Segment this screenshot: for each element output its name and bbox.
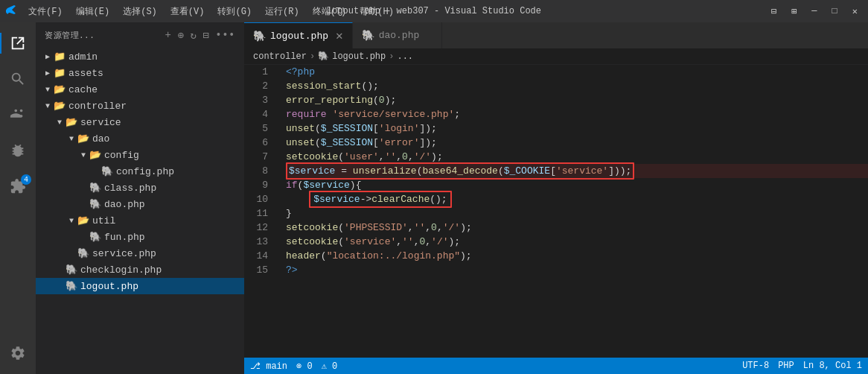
line-numbers: 1 2 3 4 5 6 7 8 9 10 11 12 13 14 15 [244,65,280,358]
code-token: , [396,235,402,249]
code-token: ( [321,249,327,263]
code-token: ( [417,164,423,178]
layout-icon[interactable]: ⊟ [767,4,781,19]
close-button[interactable]: ✕ [848,4,862,19]
file-tree: ▶ 📁 admin ▶ 📁 assets ▼ 📂 cache ▼ [36,48,244,374]
tree-item-util[interactable]: ▼ 📂 util [36,212,244,229]
status-errors[interactable]: ⊗ 0 [296,361,313,372]
tree-item-admin[interactable]: ▶ 📁 admin [36,48,244,65]
breadcrumb-controller[interactable]: controller [253,51,307,62]
tree-item-fun-php[interactable]: 🐘 fun.php [36,229,244,245]
menu-goto[interactable]: 转到(G) [211,4,258,19]
tab-close-button[interactable]: ✕ [336,28,343,43]
minimize-button[interactable]: — [807,4,821,18]
menu-run[interactable]: 运行(R) [259,4,305,19]
tree-item-cache[interactable]: ▼ 📂 cache [36,81,244,98]
line-num-14: 14 [244,249,274,263]
sidebar-header-icons[interactable]: + ⊕ ↻ ⊟ ••• [165,29,235,42]
status-bar: ⎇ main ⊗ 0 ⚠ 0 UTF-8 PHP Ln 8, Col 1 [244,358,868,374]
php-icon: 🐘 [101,165,113,177]
code-token: 'PHPSESSID' [344,221,408,235]
tree-label: dao [92,133,109,145]
tree-label: assets [68,68,103,79]
tree-item-config[interactable]: ▼ 📂 config [36,147,244,163]
code-line-2: session_start(); [286,79,868,93]
tree-item-class-php[interactable]: 🐘 class.php [36,180,244,196]
tab-dao-php[interactable]: 🐘 dao.php [353,22,442,48]
code-token: $service [313,192,360,206]
status-warnings[interactable]: ⚠ 0 [322,361,338,372]
php-icon: 🐘 [89,198,101,210]
code-token: ( [338,221,344,235]
breadcrumb-sep2: › [389,51,394,62]
code-token: 'service/service.php' [332,107,454,121]
tree-item-logout-php[interactable]: 🐘 logout.php [36,278,244,294]
php-file-icon: 🐘 [253,30,266,42]
activity-source-control[interactable] [0,97,36,133]
highlight-box-line8: $service = unserialize(base64_decode($_C… [286,162,634,180]
php-icon: 🐘 [66,280,77,292]
line-num-10: 10 [244,192,274,206]
new-folder-icon[interactable]: ⊕ [177,29,184,42]
new-file-icon[interactable]: + [165,29,172,42]
tree-item-assets[interactable]: ▶ 📁 assets [36,65,244,81]
breadcrumb-more[interactable]: ... [397,51,413,62]
breadcrumb: controller › 🐘 logout.php › ... [244,48,868,65]
activity-extensions[interactable]: 4 [0,168,36,204]
tree-item-service-php[interactable]: 🐘 service.php [36,245,244,262]
code-line-5: unset($_SESSION['login']); [286,121,868,136]
split-icon[interactable]: ⊞ [787,4,801,19]
tab-logout-php[interactable]: 🐘 logout.php ✕ [244,22,353,48]
code-token: ( [315,121,321,136]
tree-item-controller[interactable]: ▼ 📂 controller [36,98,244,114]
tree-item-service[interactable]: ▼ 📂 service [36,114,244,130]
code-token: require [286,107,327,121]
tab-bar: 🐘 logout.php ✕ 🐘 dao.php [244,22,868,48]
menu-view[interactable]: 查看(V) [165,4,211,19]
code-token: ?> [286,263,298,277]
line-num-8: 8 [244,164,274,178]
code-token: '/' [443,221,460,235]
extension-badge: 4 [21,174,31,185]
menu-file[interactable]: 文件(F) [22,4,68,19]
tree-item-dao-php[interactable]: 🐘 dao.php [36,196,244,212]
more-icon[interactable]: ••• [215,29,235,42]
line-num-2: 2 [244,79,274,93]
code-line-6: unset($_SESSION['error']); [286,136,868,150]
line-num-15: 15 [244,263,274,277]
activity-debug[interactable] [0,133,36,168]
collapse-icon[interactable]: ⊟ [202,29,209,42]
titlebar: 文件(F) 编辑(E) 选择(S) 查看(V) 转到(G) 运行(R) 终端(T… [0,0,868,22]
code-token: ( [338,235,344,249]
code-line-11: } [286,206,868,221]
activity-search[interactable] [0,61,36,97]
window-controls[interactable]: ⊟ ⊞ — □ ✕ [767,4,862,19]
arrow-icon: ▶ [42,52,54,61]
code-token: 0 [431,221,437,235]
code-token: } [286,206,292,221]
code-token: , [437,221,443,235]
code-token: '' [402,235,414,249]
refresh-icon[interactable]: ↻ [190,29,197,42]
tree-item-dao[interactable]: ▼ 📂 dao [36,130,244,147]
breadcrumb-php-icon: 🐘 [318,51,329,62]
code-token: , [425,235,431,249]
activity-explorer[interactable] [0,25,36,61]
code-content[interactable]: <?php session_start(); error_reporting(0… [280,65,868,358]
menu-edit[interactable]: 编辑(E) [70,4,116,19]
status-position[interactable]: Ln 8, Col 1 [803,361,862,371]
breadcrumb-file[interactable]: logout.php [332,51,386,62]
activity-settings[interactable] [0,335,36,371]
code-token: [ [550,164,556,178]
status-branch[interactable]: ⎇ main [250,361,287,372]
tree-label: class.php [104,183,156,194]
maximize-button[interactable]: □ [828,4,842,18]
status-language[interactable]: PHP [778,361,794,371]
menu-select[interactable]: 选择(S) [117,4,163,19]
tree-item-checklogin-php[interactable]: 🐘 checklogin.php [36,262,244,278]
tree-item-config-php[interactable]: 🐘 config.php [36,163,244,180]
status-encoding[interactable]: UTF-8 [742,361,769,371]
php-icon: 🐘 [66,264,77,276]
code-token: base64_decode [422,164,497,178]
sidebar: 资源管理... + ⊕ ↻ ⊟ ••• ▶ 📁 admin ▶ 📁 [36,22,244,374]
